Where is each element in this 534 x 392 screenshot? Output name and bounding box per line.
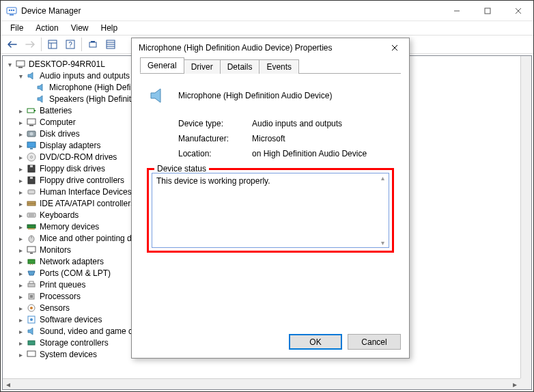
svg-rect-43	[28, 228, 35, 229]
window-title: Device Manager	[21, 6, 441, 16]
scroll-down-icon[interactable]: ▾	[377, 239, 388, 247]
svg-rect-33	[30, 165, 33, 167]
expand-icon[interactable]: ▸	[16, 153, 25, 161]
value-manufacturer: Microsoft	[252, 134, 285, 143]
expand-icon[interactable]: ▸	[16, 141, 25, 150]
collapse-icon[interactable]: ▾	[16, 72, 25, 80]
scan-hardware-button[interactable]	[85, 37, 101, 52]
tree-label: Floppy drive controllers	[40, 176, 124, 185]
system-icon	[26, 349, 37, 360]
tree-label: Computer	[40, 117, 76, 127]
expand-icon[interactable]: ▸	[16, 199, 25, 208]
tab-details[interactable]: Details	[220, 59, 260, 74]
svg-rect-29	[30, 148, 33, 150]
expand-icon[interactable]: ▸	[16, 234, 25, 242]
cpu-icon	[26, 291, 37, 302]
window-controls	[441, 1, 533, 20]
svg-point-31	[31, 156, 33, 158]
expand-icon[interactable]: ▸	[16, 350, 25, 359]
tab-general[interactable]: General	[140, 57, 184, 73]
svg-rect-20	[16, 61, 25, 66]
forward-button[interactable]	[22, 37, 38, 52]
expand-icon[interactable]: ▸	[16, 281, 25, 289]
back-button[interactable]	[4, 37, 20, 52]
monitor-icon	[26, 244, 37, 255]
tab-page-general: Microphone (High Definition Audio Device…	[140, 74, 401, 260]
expand-icon[interactable]: ▸	[16, 176, 25, 184]
show-hide-console-tree-button[interactable]	[44, 37, 61, 52]
status-scrollbar[interactable]: ▴ ▾	[377, 174, 388, 247]
expand-icon[interactable]: ▸	[16, 269, 25, 277]
software-icon	[26, 314, 37, 325]
tree-label: DESKTOP-94RR01L	[29, 59, 105, 69]
scroll-right-icon[interactable]: ▸	[509, 380, 520, 389]
svg-rect-21	[18, 67, 23, 68]
svg-rect-6	[485, 8, 490, 14]
expand-icon[interactable]: ▸	[16, 188, 25, 196]
svg-rect-36	[28, 190, 35, 194]
dialog-buttons: OK Cancel	[132, 328, 409, 358]
expand-icon[interactable]: ▸	[16, 257, 25, 266]
value-device-type: Audio inputs and outputs	[252, 119, 342, 128]
speaker-icon	[147, 85, 169, 107]
expand-icon[interactable]: ▸	[16, 130, 25, 138]
scroll-left-icon[interactable]: ◂	[3, 380, 14, 389]
tree-label: Network adapters	[40, 257, 104, 266]
horizontal-scrollbar[interactable]: ◂ ▸	[3, 378, 520, 389]
expand-icon[interactable]: ▸	[16, 223, 25, 231]
properties-button[interactable]	[102, 37, 119, 52]
tree-label: DVD/CD-ROM drives	[40, 152, 117, 162]
app-icon	[6, 5, 17, 16]
expand-icon[interactable]: ▸	[16, 339, 25, 347]
tree-label: Software devices	[40, 315, 102, 324]
scroll-corner	[520, 378, 531, 389]
properties-dialog: Microphone (High Definition Audio Device…	[131, 38, 410, 359]
printer-icon	[26, 279, 37, 290]
tree-label: Sensors	[40, 303, 70, 313]
expand-icon[interactable]: ▸	[16, 107, 25, 115]
device-status-text[interactable]: This device is working properly. ▴ ▾	[152, 173, 389, 248]
svg-rect-1	[10, 14, 14, 16]
svg-rect-22	[27, 109, 34, 113]
expand-icon[interactable]: ▸	[16, 292, 25, 300]
expand-icon[interactable]: ▸	[16, 118, 25, 126]
svg-rect-9	[48, 40, 57, 48]
svg-rect-49	[30, 264, 31, 265]
close-button[interactable]	[503, 1, 533, 20]
ok-button[interactable]: OK	[289, 334, 342, 350]
label-manufacturer: Manufacturer:	[178, 134, 252, 143]
expand-icon[interactable]: ▸	[16, 327, 25, 335]
menu-file[interactable]: File	[5, 22, 29, 34]
svg-rect-60	[27, 351, 36, 356]
menu-action[interactable]: Action	[30, 22, 64, 34]
tab-events[interactable]: Events	[259, 59, 299, 74]
svg-rect-35	[30, 177, 33, 179]
expand-icon[interactable]: ▸	[16, 316, 25, 324]
svg-rect-15	[91, 41, 95, 42]
dialog-titlebar: Microphone (High Definition Audio Device…	[132, 38, 409, 57]
menu-view[interactable]: View	[66, 22, 94, 34]
svg-rect-47	[30, 253, 33, 254]
vertical-scrollbar[interactable]	[520, 56, 531, 378]
expand-icon[interactable]: ▸	[16, 211, 25, 219]
floppy-icon	[26, 163, 37, 174]
sensor-icon	[26, 303, 37, 313]
expand-icon[interactable]: ▸	[16, 165, 25, 173]
dialog-close-button[interactable]	[384, 41, 405, 55]
tab-driver[interactable]: Driver	[184, 59, 221, 74]
svg-text:?: ?	[68, 41, 72, 48]
collapse-icon[interactable]: ▾	[5, 60, 14, 68]
value-location: on High Definition Audio Device	[252, 149, 367, 158]
toolbar-separator	[81, 38, 82, 51]
menu-help[interactable]: Help	[96, 22, 124, 34]
scroll-up-icon[interactable]: ▴	[377, 174, 388, 182]
expand-icon[interactable]: ▸	[16, 304, 25, 312]
minimize-button[interactable]	[441, 1, 472, 20]
mouse-icon	[26, 233, 37, 244]
svg-rect-39	[27, 213, 36, 217]
svg-rect-24	[27, 119, 36, 124]
maximize-button[interactable]	[472, 1, 503, 20]
cancel-button[interactable]: Cancel	[348, 334, 401, 350]
expand-icon[interactable]: ▸	[16, 246, 25, 254]
help-button[interactable]: ?	[62, 37, 79, 52]
